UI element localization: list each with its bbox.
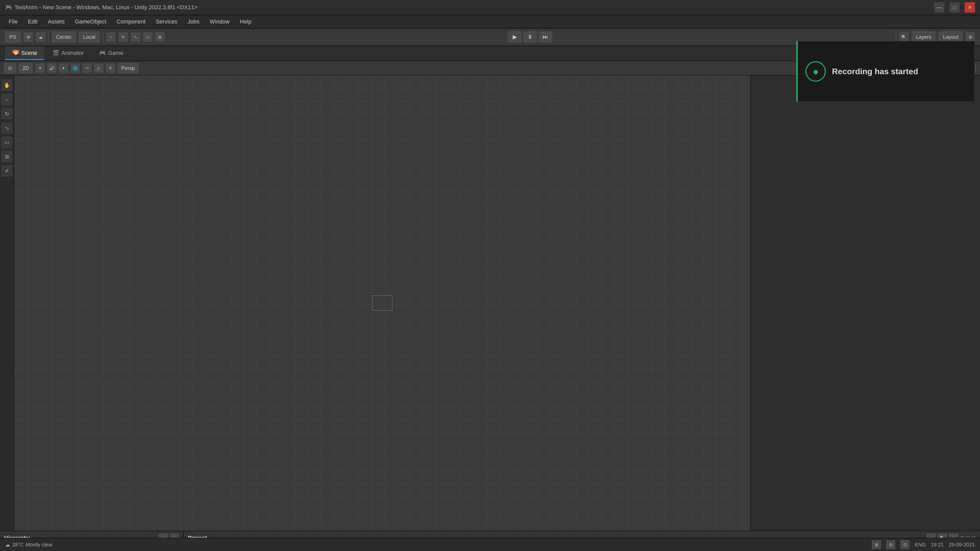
weather-temp: 28°C <box>12 542 24 548</box>
statusbar-btn3[interactable]: ⊡ <box>900 540 910 549</box>
game-tab-icon: 🎮 <box>99 50 106 56</box>
rect-tool-icon[interactable]: ▭ <box>1 137 13 148</box>
play-button[interactable]: ▶ <box>508 32 522 43</box>
scene-grid-btn[interactable]: # <box>106 64 115 73</box>
tab-animator[interactable]: 🎬 Animator <box>45 47 91 60</box>
toolbar-icon1[interactable]: ⚙ <box>24 32 33 41</box>
menu-item-assets[interactable]: Assets <box>43 17 69 27</box>
main-layout: ✋ ↔ ↻ ⤡ ▭ ⊞ ✐ <box>0 76 980 530</box>
pause-button[interactable]: ⏸ <box>523 32 537 43</box>
left-icon-bar: ✋ ↔ ↻ ⤡ ▭ ⊞ ✐ <box>0 76 14 530</box>
menu-item-component[interactable]: Component <box>112 17 150 27</box>
weather-condition: Mostly clear <box>26 542 53 548</box>
scene-fx-btn[interactable]: ✦ <box>59 64 68 73</box>
2d-button[interactable]: 2D <box>19 63 33 73</box>
local-button[interactable]: Local <box>79 32 100 43</box>
weather-status: ☁ 28°C Mostly clear <box>5 541 53 548</box>
toolbar-separator1 <box>48 32 49 42</box>
settings-icon[interactable]: ⊞ <box>966 32 975 41</box>
statusbar-right: ⊞ ⊟ ⊡ ENG 19:21 29-09-2021 <box>872 540 975 549</box>
inspector-panel <box>750 76 980 530</box>
step-button[interactable]: ⏭ <box>539 32 552 43</box>
rotate-tool-icon[interactable]: ↻ <box>1 108 13 119</box>
scale-tool-icon[interactable]: ⤡ <box>1 122 13 134</box>
window-title: 🎮 TextAnim - New Scene - Windows, Mac, L… <box>5 4 197 11</box>
toolbar-separator2 <box>103 32 103 42</box>
viewport-placeholder <box>372 295 393 311</box>
scene-anim-btn[interactable]: ▷ <box>94 64 103 73</box>
scene-tab-icon: 🌄 <box>12 50 19 56</box>
window-controls: — □ ✕ <box>934 2 975 13</box>
center-button[interactable]: Center <box>52 32 76 43</box>
recording-icon: ● <box>805 61 826 82</box>
titlebar: 🎮 TextAnim - New Scene - Windows, Mac, L… <box>0 0 980 15</box>
tab-game[interactable]: 🎮 Game <box>92 47 130 60</box>
menu-item-help[interactable]: Help <box>235 17 256 27</box>
scene-skybox-btn[interactable]: 🌐 <box>71 64 80 73</box>
date-status: 29-09-2021 <box>949 542 975 548</box>
toolbar-icon2[interactable]: ☁ <box>36 32 45 41</box>
menu-item-window[interactable]: Window <box>205 17 234 27</box>
move-tool-icon[interactable]: ↔ <box>1 94 13 105</box>
scene-fog-btn[interactable]: 〜 <box>83 64 92 73</box>
record-dot-icon: ● <box>813 66 819 77</box>
tab-scene[interactable]: 🌄 Scene <box>5 47 44 60</box>
menu-item-file[interactable]: File <box>4 17 22 27</box>
hand-tool-icon[interactable]: ✋ <box>1 79 13 91</box>
statusbar-btn2[interactable]: ⊟ <box>886 540 895 549</box>
menu-item-edit[interactable]: Edit <box>23 17 42 27</box>
scene-audio-btn[interactable]: 🔊 <box>47 64 56 73</box>
scale-tool[interactable]: ⤡ <box>131 32 140 41</box>
search-icon-toolbar[interactable]: 🔍 <box>899 32 908 41</box>
statusbar-btn1[interactable]: ⊞ <box>872 540 881 549</box>
menu-item-jobs[interactable]: Jobs <box>183 17 204 27</box>
combined-tool-icon[interactable]: ⊞ <box>1 151 13 162</box>
scene-viewport[interactable] <box>14 76 750 530</box>
gizmos-button[interactable]: ⊙ <box>4 63 16 73</box>
move-tool[interactable]: ↔ <box>107 32 116 41</box>
language-label: ENG <box>915 542 926 548</box>
weather-icon: ☁ <box>5 541 10 548</box>
custom-tool-icon[interactable]: ✐ <box>1 165 13 176</box>
rotate-tool[interactable]: ↻ <box>119 32 128 41</box>
scene-light-btn[interactable]: ☀ <box>35 64 45 73</box>
menu-item-gameobject[interactable]: GameObject <box>70 17 111 27</box>
unity-logo-icon: 🎮 <box>5 4 12 11</box>
language-status: ENG <box>915 542 926 548</box>
close-button[interactable]: ✕ <box>965 2 975 13</box>
persp-button[interactable]: Persp <box>118 63 138 73</box>
recording-message: Recording has started <box>832 67 918 76</box>
maximize-button[interactable]: □ <box>950 2 959 13</box>
rect-tool[interactable]: ▭ <box>143 32 152 41</box>
time-status: 19:21 <box>931 542 944 548</box>
toolbar-separator3 <box>896 32 896 42</box>
animator-tab-icon: 🎬 <box>52 50 59 56</box>
time-label: 19:21 <box>931 542 944 548</box>
statusbar: ☁ 28°C Mostly clear ⊞ ⊟ ⊡ ENG 19:21 29-0… <box>0 538 980 551</box>
date-label: 29-09-2021 <box>949 542 975 548</box>
minimize-button[interactable]: — <box>934 2 944 13</box>
play-controls: ▶ ⏸ ⏭ <box>508 32 552 43</box>
ps-button[interactable]: PS <box>5 32 21 43</box>
menu-item-services[interactable]: Services <box>151 17 182 27</box>
recording-notification: ● Recording has started <box>796 41 975 102</box>
menubar: FileEditAssetsGameObjectComponentService… <box>0 15 980 29</box>
transform-tool[interactable]: ⊞ <box>156 32 165 41</box>
